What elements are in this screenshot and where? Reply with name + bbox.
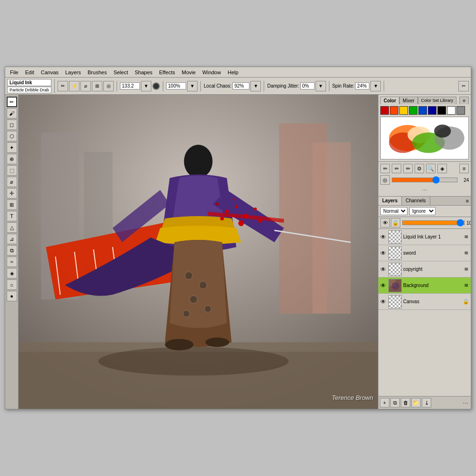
tab-color[interactable]: Color [380, 97, 399, 104]
tool-fill[interactable]: ⬡ [7, 131, 17, 141]
swatch-blue[interactable] [418, 106, 427, 115]
layer-merge-btn[interactable]: ⤓ [422, 398, 431, 407]
chaos-input[interactable] [232, 82, 249, 89]
layer-row-sword[interactable]: 👁 sword ≋ [378, 245, 471, 261]
brush-tool-btn3[interactable]: ⌀ [80, 81, 91, 91]
brush-size-slider[interactable] [392, 178, 457, 182]
brush-icon-1[interactable]: ✏ [380, 164, 390, 173]
tool-move[interactable]: ✛ [7, 188, 17, 198]
spin-dropdown[interactable]: ▼ [370, 81, 381, 91]
swatch-white[interactable] [447, 106, 456, 115]
chaos-dropdown[interactable]: ▼ [250, 81, 261, 91]
menu-help[interactable]: Help [225, 69, 241, 76]
brush-panel-options[interactable]: ≡ [459, 164, 469, 173]
tool-burn[interactable]: ● [7, 291, 17, 301]
brush-tool-btn5[interactable]: ◎ [103, 81, 114, 91]
layer-options-copyright[interactable]: ≋ [462, 266, 470, 273]
tool-smear[interactable]: ≈ [7, 257, 17, 267]
preserve-select[interactable]: Ignore [409, 207, 436, 215]
swatch-yellow[interactable] [399, 106, 408, 115]
tool-shape[interactable]: △ [7, 222, 17, 233]
opacity-dropdown[interactable]: ▼ [187, 81, 198, 91]
blend-mode-select[interactable]: Normal [380, 207, 407, 215]
extra-tool-btn[interactable]: ✂ [458, 81, 469, 91]
spin-input[interactable] [355, 82, 369, 89]
layer-options-background[interactable]: ≋ [462, 282, 470, 289]
brush-icon-5[interactable]: 🔍 [426, 164, 436, 173]
tool-text[interactable]: T [7, 211, 17, 221]
tool-magnify[interactable]: ⊕ [7, 154, 17, 164]
damping-input[interactable] [300, 82, 315, 89]
layer-row-liquidink[interactable]: 👁 Liquid Ink Layer 1 ≋ [378, 229, 471, 245]
tool-dropper[interactable]: ✦ [7, 142, 17, 153]
tool-brush[interactable]: ✏ [7, 97, 17, 107]
menu-window[interactable]: Window [199, 69, 224, 76]
layers-menu-btn[interactable]: ≡ [464, 197, 471, 205]
menu-brushes[interactable]: Brushes [85, 69, 109, 76]
layer-group-btn[interactable]: 📁 [411, 398, 421, 407]
brush-tool-btn2[interactable]: ⚡ [69, 81, 79, 91]
layer-options-liquidink[interactable]: ≋ [462, 233, 470, 241]
brush-category-label[interactable]: Liquid Ink [7, 79, 51, 86]
tab-layers[interactable]: Layers [378, 197, 402, 205]
swatch-darkblue[interactable] [428, 106, 436, 115]
layer-lock-canvas[interactable]: 🔒 [462, 298, 470, 306]
menu-shapes[interactable]: Shapes [132, 69, 155, 76]
duplicate-layer-btn[interactable]: ⧉ [390, 398, 400, 407]
swatch-black[interactable] [437, 106, 446, 115]
opacity-slider[interactable] [402, 220, 465, 225]
new-layer-btn[interactable]: + [380, 398, 389, 407]
menu-select[interactable]: Select [110, 69, 131, 76]
layer-eye-background[interactable]: 👁 [379, 282, 387, 289]
visibility-btn[interactable]: 👁 [380, 218, 390, 228]
tool-clone[interactable]: ⧉ [7, 245, 17, 256]
swatch-red[interactable] [380, 106, 389, 115]
tab-channels[interactable]: Channels [402, 197, 430, 205]
tool-dodge[interactable]: ☼ [7, 279, 17, 290]
tool-pen[interactable]: ⊿ [7, 234, 17, 244]
swatch-green[interactable] [409, 106, 417, 115]
layer-row-canvas[interactable]: 👁 Canvas 🔒 [378, 294, 471, 310]
opacity-input[interactable] [166, 82, 186, 89]
brush-color-btn[interactable] [152, 82, 160, 90]
swatch-gray[interactable] [456, 106, 465, 115]
brush-name-label[interactable]: Particle Dribble Drab [7, 87, 51, 93]
canvas-area[interactable]: Terence Brown [19, 95, 378, 409]
brush-icon-2[interactable]: ✏ [392, 164, 401, 173]
tool-blend[interactable]: ◈ [7, 268, 17, 278]
delete-layer-btn[interactable]: 🗑 [401, 398, 410, 407]
mixer-preview[interactable] [380, 117, 469, 159]
panel-options-btn[interactable]: ≡ [459, 97, 469, 104]
brush-icon-4[interactable]: ⚙ [415, 164, 424, 173]
brush-icon-3[interactable]: ✏ [403, 164, 413, 173]
layer-row-background[interactable]: 👁 Background ≋ [378, 278, 471, 294]
brush-icon-6[interactable]: ◈ [437, 164, 447, 173]
tool-select[interactable]: ⬚ [7, 165, 17, 176]
damping-dropdown[interactable]: ▼ [316, 81, 326, 91]
tool-lasso[interactable]: ⌀ [7, 177, 17, 187]
menu-file[interactable]: File [7, 69, 21, 76]
brush-tool-btn4[interactable]: ⊞ [92, 81, 102, 91]
menu-canvas[interactable]: Canvas [38, 69, 61, 76]
layer-eye-liquidink[interactable]: 👁 [379, 233, 387, 241]
menu-layers[interactable]: Layers [62, 69, 84, 76]
tab-mixer[interactable]: Mixer [399, 97, 417, 104]
lock-btn[interactable]: 🔒 [391, 218, 400, 228]
layer-eye-canvas[interactable]: 👁 [379, 298, 387, 306]
menu-movie[interactable]: Movie [179, 69, 198, 76]
layer-eye-sword[interactable]: 👁 [379, 249, 387, 257]
brush-size-dropdown[interactable]: ▼ [141, 81, 151, 91]
tool-crop[interactable]: ⊞ [7, 199, 17, 210]
tool-eraser[interactable]: ◻ [7, 119, 17, 130]
layers-more-dots[interactable]: ··· [462, 398, 469, 407]
layer-eye-copyright[interactable]: 👁 [379, 266, 387, 273]
tool-paint[interactable]: 🖌 [7, 108, 17, 119]
menu-effects[interactable]: Effects [156, 69, 178, 76]
brush-size-input[interactable] [120, 82, 140, 89]
brush-tool-btn1[interactable]: ✏ [58, 81, 68, 91]
menu-edit[interactable]: Edit [22, 69, 37, 76]
layer-row-copyright[interactable]: 👁 copyright ≋ [378, 261, 471, 278]
layer-options-sword[interactable]: ≋ [462, 249, 470, 257]
swatch-orange[interactable] [390, 106, 398, 115]
tab-colorset[interactable]: Color Set Library [418, 97, 457, 104]
